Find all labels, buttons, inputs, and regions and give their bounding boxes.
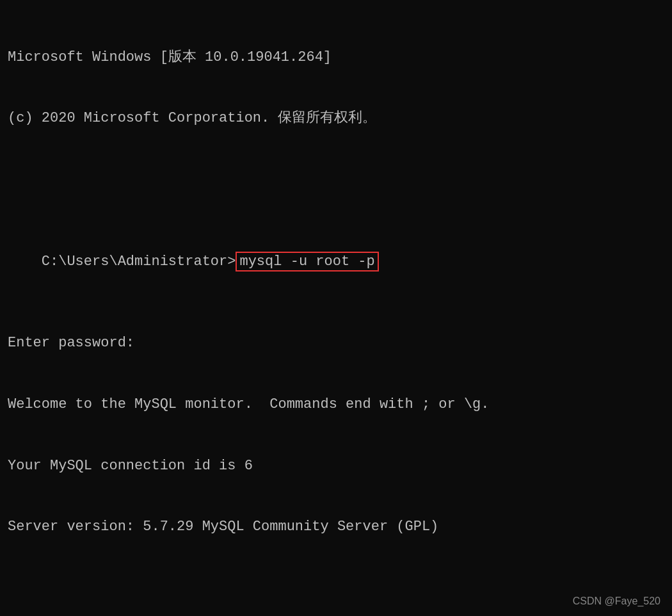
mysql-cmd-highlight: mysql -u root -p — [236, 252, 378, 272]
server-ver-line: Server version: 5.7.29 MySQL Community S… — [8, 517, 664, 537]
welcome-line: Welcome to the MySQL monitor. Commands e… — [8, 394, 664, 415]
copyright-line: (c) 2020 Microsoft Corporation. 保留所有权利。 — [8, 108, 664, 129]
blank2 — [8, 578, 664, 599]
path-line: C:\Users\Administrator>mysql -u root -p — [8, 231, 664, 293]
conn-id-line: Your MySQL connection id is 6 — [8, 456, 664, 476]
terminal-window: Microsoft Windows [版本 10.0.19041.264] (c… — [0, 0, 672, 616]
blank1 — [8, 170, 664, 190]
path-text: C:\Users\Administrator> — [42, 254, 236, 270]
enter-password-line: Enter password: — [8, 333, 664, 353]
watermark: CSDN @Faye_520 — [573, 596, 660, 607]
win-version-line: Microsoft Windows [版本 10.0.19041.264] — [8, 47, 664, 68]
